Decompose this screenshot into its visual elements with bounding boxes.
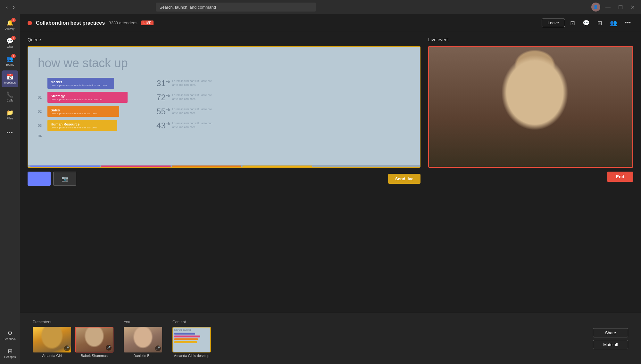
avatar-icon: 👤: [593, 5, 598, 9]
bar-sublabel-sales: Lorem ipsum consultu ante lma can com.: [51, 112, 119, 115]
live-event-title: Live event: [428, 37, 633, 42]
bar-num-4: 04: [38, 134, 45, 138]
more-options-icon[interactable]: •••: [622, 18, 633, 28]
feedback-label: Feedback: [4, 337, 16, 341]
forward-button[interactable]: ›: [11, 4, 17, 11]
bar-chart: Market Lorem ipsum consultu ante bre ant…: [38, 78, 410, 161]
meetings-icon: 📅: [6, 73, 13, 80]
bar-sublabel-hr: Lorem ipsum consultu ante lma can com.: [51, 126, 117, 129]
amanda-name: Amanda Giri: [42, 354, 62, 358]
content-desktop-name: Amanda Giri's desktop: [174, 354, 209, 358]
user-avatar[interactable]: 👤: [591, 3, 600, 12]
end-button[interactable]: End: [607, 172, 633, 182]
teams-label: Teams: [6, 63, 14, 66]
presenter-thumb-babek[interactable]: 🎤: [75, 327, 113, 352]
bar-container-strategy: Strategy Lorem ipsum consultu ante ante …: [47, 92, 150, 103]
chat-label: Chat: [7, 45, 13, 48]
presenter-thumb-content[interactable]: how we stack up: [172, 327, 211, 352]
files-icon: 📁: [6, 109, 13, 116]
bar-strategy: Strategy Lorem ipsum consultu ante ante …: [47, 92, 128, 103]
teams-badge: 1: [11, 54, 16, 58]
bottom-right-buttons: Share Mute all: [593, 328, 628, 349]
mute-all-button[interactable]: Mute all: [593, 340, 628, 349]
bottom-bar: Presenters 🎤 Amanda Giri �: [20, 313, 641, 364]
leave-button[interactable]: Leave: [542, 19, 565, 27]
close-button[interactable]: ✕: [628, 3, 637, 12]
content-label: Content: [172, 320, 211, 324]
bar-row-hr: 03 Human Resource Lorem ipsum consultu a…: [38, 120, 410, 131]
bar-sublabel-strategy: Lorem ipsum consultu ante ante lma can c…: [51, 98, 128, 101]
bar-container-market: Market Lorem ipsum consultu ante bre ant…: [47, 78, 150, 89]
bar-row-market: Market Lorem ipsum consultu ante bre ant…: [38, 78, 410, 89]
bar-row-sales: 02 Sales Lorem ipsum consultu ante lma c…: [38, 106, 410, 117]
bar-market: Market Lorem ipsum consultu ante bre ant…: [47, 78, 114, 89]
bar-sales: Sales Lorem ipsum consultu ante lma can …: [47, 106, 119, 117]
top-bar-actions: Leave ⊡ 💬 ⊞ 👥 •••: [542, 18, 633, 28]
back-button[interactable]: ‹: [4, 4, 10, 11]
bar-desc-hr: Lorem ipsum consultu ante can ante lma c…: [172, 122, 217, 129]
search-bar[interactable]: Search, launch, and command: [156, 3, 316, 12]
share-screen-icon[interactable]: ⊡: [568, 18, 578, 28]
nav-controls[interactable]: ‹ ›: [4, 4, 17, 11]
minimize-button[interactable]: —: [603, 3, 613, 11]
sidebar-item-activity[interactable]: 🔔 Activity 2: [2, 17, 18, 33]
live-panel-bottom: End: [428, 172, 633, 182]
content-area: Queue how we stack up Market Lor: [20, 32, 641, 313]
thumb-camera[interactable]: 📷: [53, 172, 76, 186]
babek-mic-icon: 🎤: [106, 345, 112, 351]
sidebar-item-feedback[interactable]: ⚙ Feedback: [2, 327, 18, 344]
presenter-card-content: how we stack up Amanda Giri's desktop: [172, 327, 211, 358]
bar-desc-strategy: Lorem ipsum consultu ante bre ante lma c…: [172, 93, 217, 101]
live-badge: LIVE: [141, 20, 154, 25]
sidebar-item-getapps[interactable]: ⊞ Get apps: [2, 345, 18, 361]
bar-percent-strategy: 72%: [156, 93, 170, 102]
bar-row-04: 04: [38, 134, 410, 138]
slide-title: how we stack up: [38, 56, 410, 70]
you-label: You: [124, 320, 162, 324]
maximize-button[interactable]: ☐: [616, 3, 625, 12]
presenters-row: 🎤 Amanda Giri 🎤 Babek Shammas: [33, 327, 113, 358]
bar-num-1: 01: [38, 95, 45, 99]
live-video: [428, 46, 633, 168]
qa-icon[interactable]: 💬: [580, 18, 592, 28]
bar-container-sales: Sales Lorem ipsum consultu ante lma can …: [47, 106, 150, 117]
send-live-button[interactable]: Send live: [388, 174, 420, 184]
sidebar-item-calls[interactable]: 📞 Calls: [2, 88, 18, 105]
top-bar: Collaboration best practices 3333 attend…: [20, 14, 641, 32]
activity-label: Activity: [5, 27, 15, 30]
bar-sublabel-market: Lorem ipsum consultu ante bre ante lma c…: [51, 84, 114, 87]
participants-icon[interactable]: 👥: [607, 18, 620, 28]
sidebar-item-teams[interactable]: 👥 Teams 1: [2, 53, 18, 69]
content-row: how we stack up Amanda Giri's desktop: [172, 327, 211, 358]
queue-thumbnails: 📷 Send live: [28, 172, 420, 186]
main-content: Collaboration best practices 3333 attend…: [20, 14, 641, 364]
bar-num-3: 03: [38, 124, 45, 127]
bar-percent-market: 31%: [156, 78, 170, 88]
share-button[interactable]: Share: [593, 328, 628, 337]
presenter-card-babek: 🎤 Babek Shammas: [75, 327, 113, 358]
live-panel: Live event End: [428, 37, 633, 308]
bar-desc-market: Lorem ipsum consultu ante bre ante lma c…: [172, 79, 217, 87]
sidebar-item-chat[interactable]: 💬 Chat 1: [2, 35, 18, 51]
bar-label-market: Market: [51, 80, 114, 84]
sidebar-item-meetings[interactable]: 📅 Meetings: [2, 70, 18, 87]
bar-hr: Human Resource Lorem ipsum consultu ante…: [47, 120, 117, 131]
presenter-thumb-danielle[interactable]: 🎤: [124, 327, 162, 352]
queue-title: Queue: [28, 37, 420, 42]
camera-icon: 📷: [62, 176, 68, 182]
calls-icon: 📞: [6, 91, 13, 98]
sidebar-item-files[interactable]: 📁 Files: [2, 106, 18, 123]
thumb-slide[interactable]: [28, 172, 51, 186]
thumb-slide-inner: [28, 172, 50, 185]
sidebar-item-more[interactable]: •••: [2, 124, 18, 141]
danielle-name: Danielle B...: [133, 354, 152, 358]
slide-progress: [28, 165, 420, 167]
presenter-card-amanda: 🎤 Amanda Giri: [33, 327, 71, 358]
title-bar-right: 👤 — ☐ ✕: [591, 3, 637, 12]
more-icon: •••: [7, 130, 13, 135]
presenter-thumb-amanda[interactable]: 🎤: [33, 327, 71, 352]
captions-icon[interactable]: ⊞: [595, 18, 605, 28]
presenter-video: [429, 47, 632, 167]
amanda-mic-icon: 🎤: [64, 345, 70, 351]
activity-badge: 2: [11, 18, 16, 22]
